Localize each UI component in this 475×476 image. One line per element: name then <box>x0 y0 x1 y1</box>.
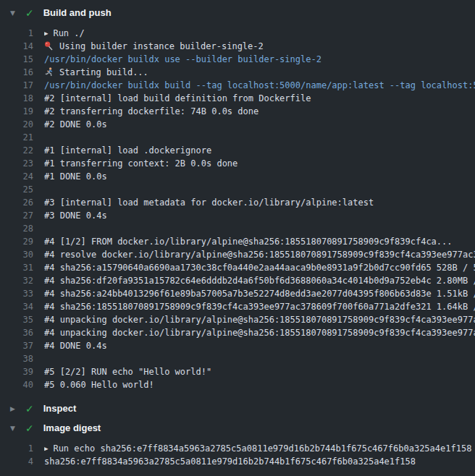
log-text-content: #4 [1/2] FROM docker.io/library/alpine@s… <box>44 237 453 247</box>
line-number[interactable]: 27 <box>14 209 33 222</box>
log-line: 1▶Run ./ <box>0 27 475 40</box>
run-group-expander-icon[interactable]: ▶ <box>44 27 48 40</box>
line-number[interactable]: 32 <box>14 274 33 287</box>
log-text-content: #4 unpacking docker.io/library/alpine@sh… <box>44 328 475 338</box>
line-number[interactable]: 1 <box>14 27 33 40</box>
log-text: #4 resolve docker.io/library/alpine@sha2… <box>44 248 475 261</box>
log-text-content: #4 sha256:a15790640a6690aa1730c38cf0a440… <box>44 263 475 273</box>
section-title: Inspect <box>43 403 77 414</box>
log-text-content: Run ./ <box>53 28 84 38</box>
log-text-content: #5 [2/2] RUN echo "Hello world!" <box>44 367 211 377</box>
line-number[interactable]: 16 <box>14 66 33 79</box>
line-number[interactable]: 38 <box>14 352 33 365</box>
section-header-build-and-push[interactable]: ▼✓Build and push <box>0 3 475 22</box>
log-text-content: #5 0.060 Hello world! <box>44 380 154 390</box>
line-number[interactable]: 23 <box>14 157 33 170</box>
log-text-content: #1 DONE 0.0s <box>44 171 107 182</box>
log-text-content: /usr/bin/docker buildx build --tag local… <box>44 80 475 90</box>
log-text-content: #4 sha256:df20fa9351a15782c64e6dddb2d4a6… <box>44 276 475 286</box>
log-text-content: #4 resolve docker.io/library/alpine@sha2… <box>44 250 475 260</box>
log-line: 31#4 sha256:a15790640a6690aa1730c38cf0a4… <box>0 261 475 274</box>
run-group-expander-icon[interactable]: ▶ <box>44 442 48 455</box>
log-text: Starting build... <box>44 66 475 79</box>
section-log-body: 1▶Run ./14Using builder instance builder… <box>0 27 475 391</box>
log-text: #4 sha256:df20fa9351a15782c64e6dddb2d4a6… <box>44 274 475 287</box>
log-line: 33#4 sha256:a24bb4013296f61e89ba57005a7b… <box>0 287 475 300</box>
section-header-image-digest[interactable]: ▼✓Image digest <box>0 418 475 438</box>
log-line: 14Using builder instance builder-single-… <box>0 40 475 53</box>
line-number[interactable]: 29 <box>14 235 33 248</box>
line-number[interactable]: 19 <box>14 105 33 118</box>
log-line: 30#4 resolve docker.io/library/alpine@sh… <box>0 248 475 261</box>
log-text-content: /usr/bin/docker buildx use --builder bui… <box>44 54 321 64</box>
log-text-content: #4 DONE 0.4s <box>44 341 107 351</box>
log-line: 21 <box>0 131 475 144</box>
log-text: #2 [internal] load build definition from… <box>44 92 475 105</box>
log-line: 22#1 [internal] load .dockerignore <box>0 144 475 157</box>
line-number[interactable]: 18 <box>14 92 33 105</box>
log-text-content: #1 [internal] load .dockerignore <box>44 145 211 156</box>
log-line: 16Starting build... <box>0 66 475 79</box>
log-text: #2 transferring dockerfile: 74B 0.0s don… <box>44 105 475 118</box>
line-number[interactable]: 30 <box>14 248 33 261</box>
log-text-content: Using builder instance builder-single-2 <box>59 41 264 51</box>
line-number[interactable]: 33 <box>14 287 33 300</box>
line-number[interactable]: 36 <box>14 326 33 339</box>
log-line: 28 <box>0 222 475 235</box>
line-number[interactable]: 31 <box>14 261 33 274</box>
line-number[interactable]: 24 <box>14 170 33 183</box>
log-line: 27#3 DONE 0.4s <box>0 209 475 222</box>
log-text: #4 sha256:a24bb4013296f61e89ba57005a7b3e… <box>44 287 475 300</box>
log-line: 24#1 DONE 0.0s <box>0 170 475 183</box>
line-number[interactable]: 34 <box>14 300 33 313</box>
log-line: 39#5 [2/2] RUN echo "Hello world!" <box>0 365 475 378</box>
log-text-content: #3 [internal] load metadata for docker.i… <box>44 197 374 208</box>
line-number[interactable]: 26 <box>14 196 33 209</box>
line-number[interactable]: 40 <box>14 378 33 391</box>
log-text-content: Starting build... <box>59 67 148 77</box>
line-number[interactable]: 4 <box>14 455 33 468</box>
line-number[interactable]: 37 <box>14 339 33 352</box>
log-text: Using builder instance builder-single-2 <box>44 40 475 53</box>
check-success-icon: ✓ <box>25 422 34 434</box>
log-text: #1 [internal] load .dockerignore <box>44 144 475 157</box>
log-text: #1 transferring context: 2B 0.0s done <box>44 157 475 170</box>
line-number[interactable]: 14 <box>14 40 33 53</box>
line-number[interactable]: 15 <box>14 53 33 66</box>
chevron-down-icon: ▼ <box>10 425 19 432</box>
log-text-content: Run echo sha256:e7ff8834a5963a2785c5a081… <box>53 443 471 454</box>
log-text-command: /usr/bin/docker buildx use --builder bui… <box>44 53 475 66</box>
log-text-content: #4 sha256:185518070891758909c9f839cf4ca3… <box>44 302 475 312</box>
log-line: 25 <box>0 183 475 196</box>
log-text-content: #3 DONE 0.4s <box>44 211 107 221</box>
log-line: 23#1 transferring context: 2B 0.0s done <box>0 157 475 170</box>
log-line: 29#4 [1/2] FROM docker.io/library/alpine… <box>0 235 475 248</box>
log-text <box>44 352 475 365</box>
line-number[interactable]: 35 <box>14 313 33 326</box>
log-section-build-and-push: ▼✓Build and push1▶Run ./14Using builder … <box>0 3 475 391</box>
section-header-inspect[interactable]: ▶✓Inspect <box>0 399 475 418</box>
line-number[interactable]: 21 <box>14 131 33 144</box>
log-text: #3 [internal] load metadata for docker.i… <box>44 196 475 209</box>
log-line: 34#4 sha256:185518070891758909c9f839cf4c… <box>0 300 475 313</box>
line-number[interactable]: 25 <box>14 183 33 196</box>
line-number[interactable]: 39 <box>14 365 33 378</box>
log-line: 32#4 sha256:df20fa9351a15782c64e6dddb2d4… <box>0 274 475 287</box>
log-text: #5 0.060 Hello world! <box>44 378 475 391</box>
log-text: #3 DONE 0.4s <box>44 209 475 222</box>
line-number[interactable]: 17 <box>14 79 33 92</box>
log-text: #5 [2/2] RUN echo "Hello world!" <box>44 365 475 378</box>
log-line: 1▶Run echo sha256:e7ff8834a5963a2785c5a0… <box>0 442 475 455</box>
line-number[interactable]: 28 <box>14 222 33 235</box>
line-number[interactable]: 20 <box>14 118 33 131</box>
check-success-icon: ✓ <box>25 7 34 19</box>
log-text-content: #1 transferring context: 2B 0.0s done <box>44 158 238 169</box>
log-text: #4 unpacking docker.io/library/alpine@sh… <box>44 313 475 326</box>
log-line: 40#5 0.060 Hello world! <box>0 378 475 391</box>
line-number[interactable]: 22 <box>14 144 33 157</box>
log-line: 18#2 [internal] load build definition fr… <box>0 92 475 105</box>
line-number[interactable]: 1 <box>14 442 33 455</box>
log-line: 4sha256:e7ff8834a5963a2785c5a0811e979d16… <box>0 455 475 468</box>
section-log-body: 1▶Run echo sha256:e7ff8834a5963a2785c5a0… <box>0 442 475 468</box>
log-section-inspect: ▶✓Inspect <box>0 399 475 418</box>
